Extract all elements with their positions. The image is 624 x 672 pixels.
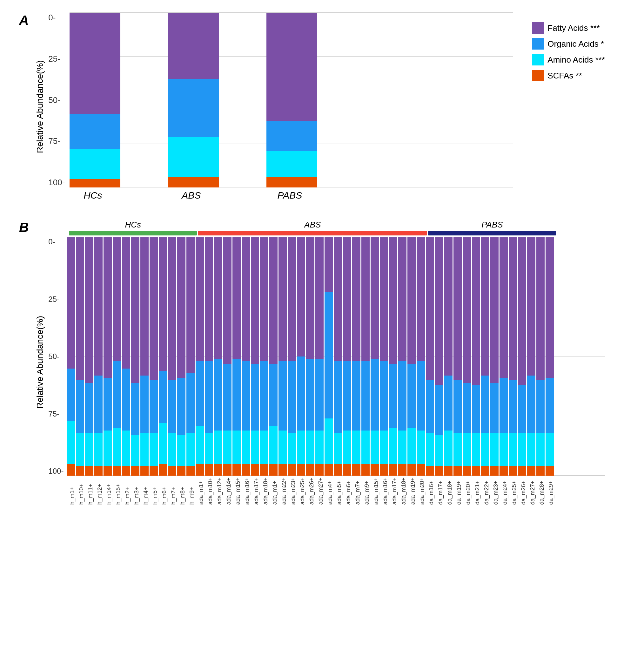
group-bar-HCs <box>69 231 197 235</box>
bar-segment <box>408 428 416 464</box>
bar-segment <box>463 383 471 433</box>
bar-segment <box>214 430 222 464</box>
bar-segment <box>242 464 250 476</box>
bar-segment <box>205 237 213 361</box>
bar-segment <box>453 237 462 380</box>
bar-segment <box>269 464 278 476</box>
bar-segment <box>435 237 443 385</box>
x-label-b-ada_m23: ada_m23+ <box>290 477 298 505</box>
bar-segment <box>205 433 213 464</box>
bar-group-b-h_m8 <box>177 237 185 476</box>
y-b-tick-100: 100- <box>48 467 63 476</box>
bar-segment <box>361 361 370 430</box>
x-label-b-da_m17: da_m17+ <box>437 477 445 505</box>
bar-group-b-ada_m17_2 <box>389 237 397 476</box>
x-label-b-ada_m18_2: ada_m18+ <box>400 477 409 505</box>
bar-segment <box>490 433 499 466</box>
bar-segment <box>196 464 204 476</box>
bar-segment <box>306 237 314 359</box>
bar-segment <box>214 359 222 430</box>
bar-segment <box>94 433 103 466</box>
x-label-b-h_m6: h_m6+ <box>161 477 169 505</box>
bar-group-b-da_m16 <box>426 237 434 476</box>
legend-label: SCFAs ** <box>547 71 582 81</box>
panel-b-label: B <box>19 220 29 505</box>
y-tick-100: 100- <box>48 178 65 188</box>
panel-a-label: A <box>19 13 29 201</box>
bar-segment <box>279 237 287 361</box>
bar-segment <box>85 237 93 383</box>
bar-segment <box>324 237 333 292</box>
bar-segment <box>67 237 75 369</box>
x-label-a-HCs: HCs <box>67 190 118 201</box>
bar-segment <box>85 383 93 433</box>
bar-segment <box>324 464 333 476</box>
legend-item: Organic Acids * <box>532 38 605 50</box>
bar-group-b-h_m14 <box>104 237 112 476</box>
bar-segment <box>251 364 259 430</box>
x-label-b-ada_m27: ada_m27+ <box>317 477 326 505</box>
bar-segment <box>417 464 425 476</box>
group-header-HCs: HCs <box>69 220 197 235</box>
bar-group-ABS <box>168 13 219 188</box>
organic-segment <box>70 114 120 149</box>
bar-segment <box>509 433 517 466</box>
bar-group-b-h_m4 <box>140 237 149 476</box>
bar-segment <box>389 428 397 464</box>
bar-segment <box>472 466 480 476</box>
bar-group-b-ada_m22 <box>279 237 287 476</box>
x-label-b-da_m26: da_m26+ <box>520 477 528 505</box>
bar-segment <box>389 237 397 364</box>
bar-segment <box>361 237 370 361</box>
x-label-b-h_m15: h_m15+ <box>115 477 123 505</box>
bar-segment <box>113 466 121 476</box>
bar-segment <box>131 466 139 476</box>
x-labels-b: h_m1+h_m10+h_m11+h_m12+h_m14+h_m15+h_m2+… <box>69 477 605 505</box>
bar-group-b-da_m20 <box>463 237 471 476</box>
bar-segment <box>85 466 93 476</box>
bar-segment <box>453 380 462 433</box>
bar-group-b-ada_m25 <box>297 237 305 476</box>
bar-segment <box>408 237 416 364</box>
bar-segment <box>279 430 287 464</box>
bar-group-b-h_m2 <box>122 237 130 476</box>
x-label-b-da_m27: da_m27+ <box>529 477 538 505</box>
bar-segment <box>334 464 342 476</box>
amino-segment <box>168 137 219 177</box>
bar-segment <box>214 464 222 476</box>
bar-segment <box>472 237 480 385</box>
x-label-b-ada_m15: ada_m15+ <box>235 477 243 505</box>
bar-group-b-h_m1 <box>67 237 75 476</box>
legend-a: Fatty Acids ***Organic Acids *Amino Acid… <box>532 22 605 201</box>
x-label-b-ada_m16_2: ada_m16+ <box>382 477 390 505</box>
bar-segment <box>435 435 443 467</box>
bar-segment <box>417 361 425 430</box>
bar-group-b-da_m18 <box>444 237 452 476</box>
bar-segment <box>186 466 195 476</box>
x-label-a-ABS: ABS <box>166 190 216 201</box>
x-label-b-ada_m10: ada_m10+ <box>207 477 215 505</box>
y-tick-75: 75- <box>48 136 65 146</box>
y-axis-label-b: Relative Abundance(%) <box>35 220 45 505</box>
x-label-b-da_m20: da_m20+ <box>465 477 473 505</box>
bar-segment <box>140 466 149 476</box>
bar-segment <box>380 464 388 476</box>
bar-segment <box>352 237 360 361</box>
bar-segment <box>177 435 185 467</box>
x-label-b-ada_m14: ada_m14+ <box>226 477 234 505</box>
y-b-tick-25: 25- <box>48 295 63 304</box>
bar-segment <box>408 464 416 476</box>
legend-label: Fatty Acids *** <box>547 23 600 33</box>
legend-color-box <box>532 54 544 66</box>
bar-segment <box>269 237 278 364</box>
bar-group-b-h_m9 <box>186 237 195 476</box>
bar-group-b-da_m25 <box>509 237 517 476</box>
panel-a: A Relative Abundance(%) 100- 75- 50- 25-… <box>19 13 605 201</box>
bar-group-b-ada_m16 <box>242 237 250 476</box>
bar-segment <box>251 430 259 464</box>
x-label-b-ada_m5: ada_m5+ <box>336 477 344 505</box>
bar-segment <box>94 237 103 376</box>
bar-segment <box>499 466 508 476</box>
bar-segment <box>288 464 296 476</box>
bar-segment <box>324 419 333 464</box>
